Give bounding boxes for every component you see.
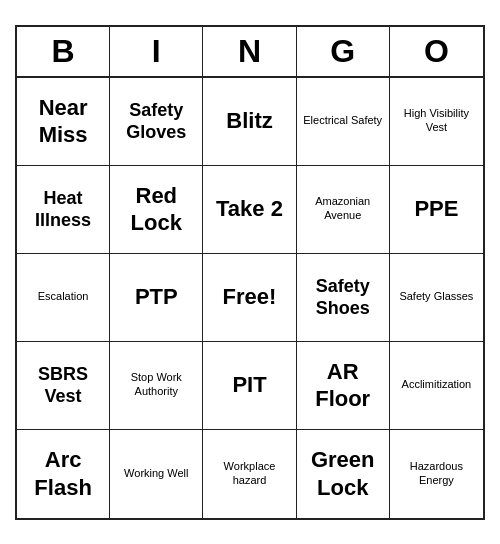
- bingo-cell: PTP: [110, 254, 203, 342]
- cell-label: Heat Illness: [21, 187, 105, 232]
- header-letter: B: [17, 27, 110, 76]
- bingo-cell: Blitz: [203, 78, 296, 166]
- cell-label: Hazardous Energy: [394, 460, 479, 488]
- cell-label: Workplace hazard: [207, 460, 291, 488]
- bingo-cell: Safety Glasses: [390, 254, 483, 342]
- cell-label: Arc Flash: [21, 446, 105, 501]
- bingo-cell: Safety Gloves: [110, 78, 203, 166]
- bingo-cell: Hazardous Energy: [390, 430, 483, 518]
- header-letter: N: [203, 27, 296, 76]
- cell-label: SBRS Vest: [21, 363, 105, 408]
- bingo-cell: Arc Flash: [17, 430, 110, 518]
- cell-label: Take 2: [216, 195, 283, 223]
- bingo-cell: AR Floor: [297, 342, 390, 430]
- bingo-cell: Working Well: [110, 430, 203, 518]
- cell-label: PPE: [414, 195, 458, 223]
- cell-label: PIT: [232, 371, 266, 399]
- cell-label: PTP: [135, 283, 178, 311]
- bingo-cell: Escalation: [17, 254, 110, 342]
- cell-label: Amazonian Avenue: [301, 195, 385, 223]
- bingo-cell: Green Lock: [297, 430, 390, 518]
- bingo-cell: Electrical Safety: [297, 78, 390, 166]
- header-letter: O: [390, 27, 483, 76]
- cell-label: Red Lock: [114, 182, 198, 237]
- bingo-cell: Heat Illness: [17, 166, 110, 254]
- bingo-cell: Amazonian Avenue: [297, 166, 390, 254]
- bingo-cell: Take 2: [203, 166, 296, 254]
- header-letter: G: [297, 27, 390, 76]
- bingo-header: BINGO: [17, 27, 483, 78]
- cell-label: Safety Gloves: [114, 99, 198, 144]
- bingo-cell: Acclimitization: [390, 342, 483, 430]
- bingo-cell: Red Lock: [110, 166, 203, 254]
- cell-label: Safety Glasses: [399, 290, 473, 304]
- bingo-cell: Safety Shoes: [297, 254, 390, 342]
- bingo-card: BINGO Near MissSafety GlovesBlitzElectri…: [15, 25, 485, 520]
- header-letter: I: [110, 27, 203, 76]
- cell-label: Electrical Safety: [303, 114, 382, 128]
- cell-label: Working Well: [124, 467, 188, 481]
- cell-label: High Visibility Vest: [394, 107, 479, 135]
- cell-label: Safety Shoes: [301, 275, 385, 320]
- bingo-cell: SBRS Vest: [17, 342, 110, 430]
- bingo-grid: Near MissSafety GlovesBlitzElectrical Sa…: [17, 78, 483, 518]
- cell-label: Escalation: [38, 290, 89, 304]
- bingo-cell: PIT: [203, 342, 296, 430]
- cell-label: Near Miss: [21, 94, 105, 149]
- bingo-cell: High Visibility Vest: [390, 78, 483, 166]
- cell-label: AR Floor: [301, 358, 385, 413]
- bingo-cell: Near Miss: [17, 78, 110, 166]
- bingo-cell: Workplace hazard: [203, 430, 296, 518]
- bingo-cell: Stop Work Authority: [110, 342, 203, 430]
- bingo-cell: PPE: [390, 166, 483, 254]
- cell-label: Blitz: [226, 107, 272, 135]
- cell-label: Green Lock: [301, 446, 385, 501]
- cell-label: Stop Work Authority: [114, 371, 198, 399]
- cell-label: Free!: [223, 283, 277, 311]
- cell-label: Acclimitization: [402, 378, 472, 392]
- bingo-cell: Free!: [203, 254, 296, 342]
